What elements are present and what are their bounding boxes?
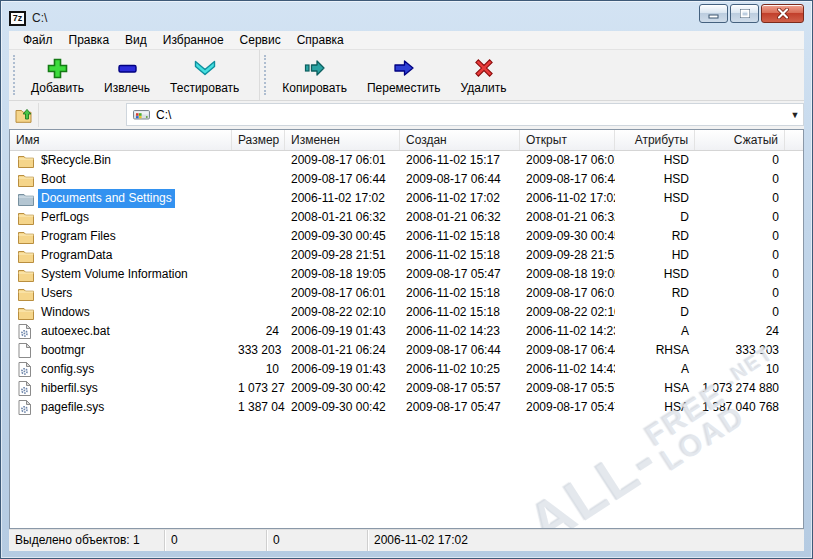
maximize-button[interactable] <box>730 4 759 23</box>
cell-packed: 0 <box>695 227 785 246</box>
cell-created: 2006-11-02 14:23 <box>400 322 520 341</box>
file-name: Boot <box>38 170 69 189</box>
move-button-label: Переместить <box>367 81 441 95</box>
cell-modified: 2009-08-22 02:10 <box>285 303 400 322</box>
cell-accessed: 2009-08-22 02:10 <box>520 303 615 322</box>
delete-button[interactable]: Удалить <box>451 53 517 98</box>
table-row[interactable]: $Recycle.Bin2009-08-17 06:012006-11-02 1… <box>10 151 803 170</box>
cell-modified: 2006-09-19 01:43 <box>285 322 400 341</box>
copy-button[interactable]: Копировать <box>272 53 357 98</box>
menu-item-tools[interactable]: Сервис <box>232 31 289 50</box>
minimize-icon <box>708 8 719 19</box>
table-row[interactable]: ProgramData2009-09-28 21:512006-11-02 15… <box>10 246 803 265</box>
cell-modified: 2009-08-18 19:05 <box>285 265 400 284</box>
menu-item-edit[interactable]: Правка <box>61 31 118 50</box>
file-name: Users <box>38 284 75 303</box>
cell-modified: 2009-08-17 06:01 <box>285 151 400 170</box>
folder-junction-icon <box>18 191 34 206</box>
menu-item-help[interactable]: Справка <box>289 31 352 50</box>
cell-created: 2006-11-02 15:18 <box>400 284 520 303</box>
cell-modified: 2008-01-21 06:32 <box>285 208 400 227</box>
menu-item-file[interactable]: Файл <box>15 31 61 50</box>
cell-size <box>232 246 285 265</box>
folder-icon <box>18 172 34 187</box>
column-headers: ИмяРазмерИзмененСозданОткрытАтрибутыСжат… <box>10 130 803 151</box>
column-header-modified[interactable]: Изменен <box>285 130 400 150</box>
cell-created: 2009-08-17 06:44 <box>400 170 520 189</box>
menu-item-favorites[interactable]: Избранное <box>155 31 232 50</box>
7zip-window: 7z C:\ Файл Правка Вид Избранное Сервис … <box>0 0 813 559</box>
folder-icon <box>18 305 34 320</box>
table-row[interactable]: Program Files2009-09-30 00:452006-11-02 … <box>10 227 803 246</box>
cell-created: 2009-08-17 05:47 <box>400 265 520 284</box>
column-header-size[interactable]: Размер <box>232 130 285 150</box>
extract-button[interactable]: Извлечь <box>94 53 160 98</box>
cell-packed: 0 <box>695 208 785 227</box>
cell-size <box>232 284 285 303</box>
table-row[interactable]: Users2009-08-17 06:012006-11-02 15:18200… <box>10 284 803 303</box>
table-row[interactable]: Windows2009-08-22 02:102006-11-02 15:182… <box>10 303 803 322</box>
menu-item-view[interactable]: Вид <box>117 31 155 50</box>
dropdown-arrow-icon[interactable]: ▼ <box>787 110 803 120</box>
move-button[interactable]: Переместить <box>357 53 451 98</box>
cell-modified: 2009-09-30 00:45 <box>285 227 400 246</box>
table-row[interactable]: config.sys102006-09-19 01:432006-11-02 1… <box>10 360 803 379</box>
cell-attributes: HSD <box>615 170 695 189</box>
table-row[interactable]: PerfLogs2008-01-21 06:322008-01-21 06:32… <box>10 208 803 227</box>
cell-accessed: 2009-08-17 05:57 <box>520 379 615 398</box>
file-plain-icon <box>18 343 34 358</box>
minimize-button[interactable] <box>699 4 728 23</box>
window-title: C:\ <box>32 11 47 25</box>
file-name: Program Files <box>38 227 119 246</box>
add-button[interactable]: Добавить <box>21 53 94 98</box>
extract-minus-icon <box>117 56 138 80</box>
cell-packed: 1 387 040 768 <box>695 398 785 417</box>
table-row[interactable]: pagefile.sys1 387 040 7682009-09-30 00:4… <box>10 398 803 417</box>
table-row[interactable]: hiberfil.sys1 073 274 8802009-09-30 00:4… <box>10 379 803 398</box>
cell-accessed: 2008-01-21 06:32 <box>520 208 615 227</box>
cell-created: 2006-11-02 17:02 <box>400 189 520 208</box>
titlebar: 7z C:\ <box>1 1 812 31</box>
cell-packed: 0 <box>695 170 785 189</box>
close-icon <box>777 8 789 19</box>
cell-packed: 1 073 274 880 <box>695 379 785 398</box>
file-name: config.sys <box>38 360 97 379</box>
table-row[interactable]: autoexec.bat242006-09-19 01:432006-11-02… <box>10 322 803 341</box>
toolbar-group-fileops: Копировать Переместить Удалить <box>259 50 522 100</box>
cell-modified: 2006-11-02 17:02 <box>285 189 400 208</box>
table-row[interactable]: System Volume Information2009-08-18 19:0… <box>10 265 803 284</box>
statusbar: Выделено объектов: 1 0 0 2006-11-02 17:0… <box>9 529 804 551</box>
cell-accessed: 2009-08-17 06:44 <box>520 170 615 189</box>
address-path[interactable]: C:\ <box>156 108 782 122</box>
test-chevron-icon <box>194 56 216 80</box>
folder-icon <box>18 248 34 263</box>
cell-created: 2006-11-02 15:18 <box>400 227 520 246</box>
cell-accessed: 2009-08-17 06:01 <box>520 151 615 170</box>
column-header-name[interactable]: Имя <box>10 130 232 150</box>
file-name: Windows <box>38 303 93 322</box>
close-button[interactable] <box>761 4 804 23</box>
up-folder-icon <box>15 107 35 124</box>
table-row[interactable]: Boot2009-08-17 06:442009-08-17 06:442009… <box>10 170 803 189</box>
file-name: pagefile.sys <box>38 398 107 417</box>
cell-attributes: RD <box>615 284 695 303</box>
watermark-text-big: ALL- <box>516 425 670 529</box>
address-combobox[interactable]: C:\ ▼ <box>126 103 804 126</box>
column-header-created[interactable]: Создан <box>400 130 520 150</box>
file-gear-icon <box>18 400 34 415</box>
column-header-accessed[interactable]: Открыт <box>520 130 615 150</box>
column-header-packed[interactable]: Сжатый <box>695 130 785 150</box>
column-header-attributes[interactable]: Атрибуты <box>615 130 695 150</box>
file-rows: $Recycle.Bin2009-08-17 06:012006-11-02 1… <box>10 151 803 417</box>
cell-size: 10 <box>232 360 285 379</box>
delete-button-label: Удалить <box>461 81 507 95</box>
table-row[interactable]: bootmgr333 2032008-01-21 06:242009-08-17… <box>10 341 803 360</box>
cell-packed: 0 <box>695 284 785 303</box>
cell-attributes: HD <box>615 246 695 265</box>
cell-size: 1 387 040 768 <box>232 398 285 417</box>
test-button[interactable]: Тестировать <box>160 53 249 98</box>
file-name: ProgramData <box>38 246 115 265</box>
parent-folder-button[interactable] <box>11 103 39 127</box>
table-row[interactable]: Documents and Settings2006-11-02 17:0220… <box>10 189 803 208</box>
cell-created: 2009-08-17 05:57 <box>400 379 520 398</box>
